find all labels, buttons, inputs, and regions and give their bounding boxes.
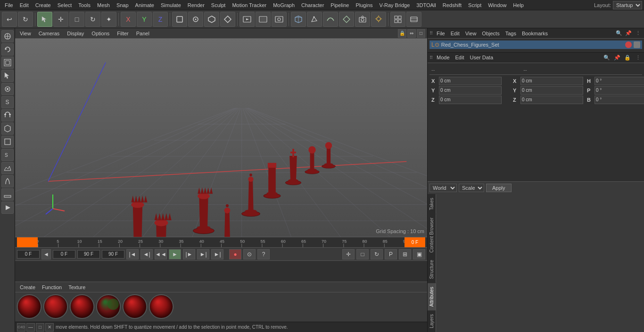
viewport-menu-display[interactable]: Display bbox=[64, 30, 87, 37]
grid-view-button[interactable] bbox=[390, 12, 405, 27]
timeline-current-input[interactable] bbox=[53, 250, 75, 259]
menu-mograph[interactable]: MoGraph bbox=[270, 1, 297, 9]
om-menu-file[interactable]: File bbox=[435, 30, 447, 37]
scale-tool-button[interactable]: □ bbox=[69, 12, 84, 27]
status-icon-maximize[interactable]: □ bbox=[36, 323, 44, 332]
timeline-end-input[interactable] bbox=[77, 250, 100, 259]
menu-motion-tracker[interactable]: Motion Tracker bbox=[229, 1, 269, 9]
sidebar-rotate-btn[interactable] bbox=[1, 43, 14, 56]
menu-select[interactable]: Select bbox=[55, 1, 75, 9]
viewport-menu-cameras[interactable]: Cameras bbox=[36, 30, 63, 37]
om-menu-tags[interactable]: Tags bbox=[504, 30, 518, 37]
sidebar-terrain-btn[interactable] bbox=[1, 162, 14, 174]
viewport-menu-options[interactable]: Options bbox=[89, 30, 112, 37]
material-item-1[interactable]: Queen_l... bbox=[43, 294, 68, 320]
y-axis-button[interactable]: Y bbox=[137, 12, 152, 27]
cube-button[interactable] bbox=[291, 12, 306, 27]
scale-dropdown[interactable]: Scale bbox=[459, 184, 484, 192]
menu-script[interactable]: Script bbox=[465, 1, 484, 9]
om-selected-object[interactable]: L⊙ Red_Chess_Figures_Set bbox=[429, 40, 642, 49]
sidebar-select-btn[interactable] bbox=[1, 70, 14, 82]
sidebar-paint-btn[interactable] bbox=[1, 83, 14, 95]
timeline-preview-end-input[interactable] bbox=[102, 250, 124, 259]
timeline-prev-frame[interactable]: ◄| bbox=[140, 249, 153, 259]
status-icon-cinema[interactable]: C4D bbox=[17, 323, 25, 332]
timeline-goto-start[interactable]: |◄ bbox=[126, 249, 139, 259]
sidebar-object-btn[interactable] bbox=[1, 122, 14, 135]
om-menu-edit[interactable]: Edit bbox=[449, 30, 462, 37]
menu-plugins[interactable]: Plugins bbox=[353, 1, 375, 9]
camera-button[interactable] bbox=[355, 12, 370, 27]
om-menu-objects[interactable]: Objects bbox=[480, 30, 501, 37]
timeline-goto-end[interactable]: ►| bbox=[197, 249, 209, 259]
menu-edit[interactable]: Edit bbox=[17, 1, 32, 9]
om-search-icon[interactable]: 🔍 bbox=[615, 29, 623, 38]
menu-help[interactable]: Help bbox=[510, 1, 527, 9]
material-item-2[interactable]: Pawn_re... bbox=[70, 294, 94, 320]
timeline-record-auto[interactable]: ⊙ bbox=[243, 249, 256, 259]
timeline-track[interactable] bbox=[15, 261, 427, 282]
vp-ctrl-arrows[interactable]: ⇔ bbox=[407, 29, 416, 38]
tab-content-browser[interactable]: Content Browser bbox=[428, 214, 436, 256]
timeline-play-fwd[interactable]: ► bbox=[169, 249, 181, 259]
am-pin-icon[interactable]: 📌 bbox=[613, 53, 621, 62]
am-menu-edit[interactable]: Edit bbox=[454, 54, 466, 61]
tab-layers[interactable]: Layers bbox=[428, 310, 436, 332]
world-dropdown[interactable]: World Object bbox=[429, 184, 457, 192]
viewport-menu-view[interactable]: View bbox=[17, 30, 34, 37]
undo-button[interactable]: ↩ bbox=[2, 12, 17, 27]
material-item-3[interactable]: Knight_l... bbox=[96, 294, 121, 320]
z-axis-button[interactable]: Z bbox=[153, 12, 168, 27]
menu-sculpt[interactable]: Sculpt bbox=[208, 1, 229, 9]
am-h-input[interactable] bbox=[594, 77, 644, 85]
redo-button[interactable]: ↻ bbox=[18, 12, 33, 27]
om-menu-view[interactable]: View bbox=[463, 30, 479, 37]
polygon-button[interactable] bbox=[204, 12, 219, 27]
am-rot-z-input[interactable] bbox=[520, 96, 583, 104]
timeline-film-btn[interactable]: ▣ bbox=[413, 249, 425, 259]
timeline-goto-endkey[interactable]: ►| bbox=[211, 249, 223, 259]
material-item-0[interactable]: Rook_re... bbox=[17, 294, 41, 320]
am-rot-y-input[interactable] bbox=[520, 86, 583, 95]
am-menu-mode[interactable]: Mode bbox=[435, 54, 452, 61]
materials-menu-create[interactable]: Create bbox=[17, 283, 38, 291]
generator-button[interactable] bbox=[339, 12, 354, 27]
am-pos-x-input[interactable] bbox=[439, 77, 502, 85]
light-button[interactable] bbox=[371, 12, 386, 27]
material-item-5[interactable]: Bishop_l... bbox=[149, 294, 173, 320]
timeline-keys-btn[interactable]: ⊞ bbox=[399, 249, 411, 259]
timeline-start-input[interactable] bbox=[17, 250, 40, 259]
om-more-icon[interactable]: ⋮ bbox=[634, 29, 642, 38]
viewport-menu-panel[interactable]: Panel bbox=[133, 30, 152, 37]
sidebar-magnet-btn[interactable] bbox=[1, 109, 14, 121]
am-search-icon[interactable]: 🔍 bbox=[603, 53, 611, 62]
timeline-step-down[interactable]: ◄ bbox=[41, 249, 51, 259]
sidebar-knife-btn[interactable]: S bbox=[1, 96, 14, 108]
render-settings-button[interactable] bbox=[272, 12, 287, 27]
timeline-record[interactable]: ● bbox=[229, 249, 241, 259]
sidebar-hair-btn[interactable] bbox=[1, 175, 14, 187]
menu-tools[interactable]: Tools bbox=[75, 1, 93, 9]
sidebar-floor-btn[interactable] bbox=[1, 188, 14, 201]
am-rot-x-input[interactable] bbox=[520, 77, 583, 85]
spline-button[interactable] bbox=[188, 12, 203, 27]
menu-snap[interactable]: Snap bbox=[114, 1, 132, 9]
pen-button[interactable] bbox=[307, 12, 322, 27]
vp-ctrl-lock[interactable]: 🔒 bbox=[398, 29, 406, 38]
menu-mesh[interactable]: Mesh bbox=[94, 1, 113, 9]
am-menu-userdata[interactable]: User Data bbox=[468, 54, 495, 61]
select-tool-button[interactable] bbox=[37, 12, 52, 27]
menu-vray[interactable]: V-Ray Bridge bbox=[377, 1, 413, 9]
deformer-button[interactable] bbox=[323, 12, 338, 27]
materials-menu-function[interactable]: Function bbox=[39, 283, 65, 291]
timeline-move-tool[interactable]: ✛ bbox=[342, 249, 355, 259]
om-pin-icon[interactable]: 📌 bbox=[624, 29, 633, 38]
sidebar-box-btn[interactable] bbox=[1, 136, 14, 148]
viewport[interactable]: Perspective Grid Spacing : 10 cm bbox=[15, 39, 427, 237]
rotate-tool-button[interactable]: ↻ bbox=[85, 12, 100, 27]
om-menu-bookmarks[interactable]: Bookmarks bbox=[520, 30, 550, 37]
am-lock-icon[interactable]: 🔒 bbox=[623, 53, 632, 62]
menu-render[interactable]: Render bbox=[185, 1, 207, 9]
timeline-record-help[interactable]: ? bbox=[257, 249, 270, 259]
vp-ctrl-max[interactable]: □ bbox=[417, 29, 425, 38]
